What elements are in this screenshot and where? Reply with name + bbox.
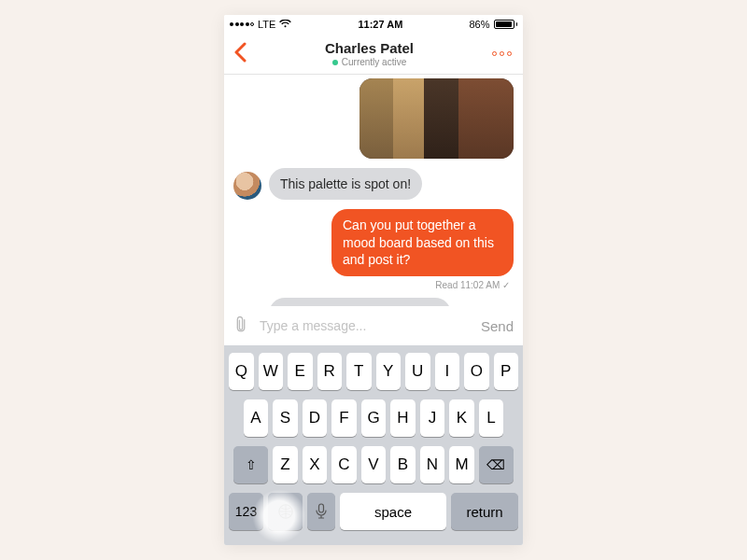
chat-scroll[interactable]: This palette is spot on! Can you put tog… bbox=[224, 75, 523, 306]
key-o[interactable]: O bbox=[464, 353, 489, 390]
key-e[interactable]: E bbox=[288, 353, 313, 390]
status-time: 11:27 AM bbox=[358, 19, 402, 30]
keyboard-row-2: ASDFGHJKL bbox=[227, 399, 520, 437]
keyboard: QWERTYUIOP ASDFGHJKL ⇧ ZXCVBNM ⌫ 123 spa… bbox=[224, 345, 523, 545]
shift-key[interactable]: ⇧ bbox=[233, 446, 268, 483]
globe-key[interactable] bbox=[268, 493, 303, 530]
key-i[interactable]: I bbox=[435, 353, 460, 390]
wifi-icon bbox=[279, 19, 291, 30]
key-r[interactable]: R bbox=[317, 353, 343, 390]
message-bubble-incoming[interactable]: Can you send over a higher quality versi… bbox=[269, 298, 451, 306]
message-input[interactable] bbox=[260, 318, 472, 333]
presence-text: Currently active bbox=[342, 57, 406, 67]
send-button[interactable]: Send bbox=[481, 318, 514, 334]
header-center: Charles Patel Currently active bbox=[247, 40, 492, 67]
image-message[interactable] bbox=[359, 78, 514, 159]
key-h[interactable]: H bbox=[390, 399, 416, 437]
presence-dot-icon bbox=[332, 60, 338, 65]
key-n[interactable]: N bbox=[420, 446, 445, 483]
read-receipt: Read 11:02 AM ✓ bbox=[233, 280, 510, 290]
phone-frame: LTE 11:27 AM 86% Charles Patel Currently… bbox=[224, 15, 523, 545]
keyboard-row-bottom: 123 space return bbox=[227, 493, 520, 530]
key-w[interactable]: W bbox=[259, 353, 284, 390]
key-s[interactable]: S bbox=[273, 399, 298, 437]
back-button[interactable] bbox=[233, 41, 247, 67]
key-x[interactable]: X bbox=[303, 446, 328, 483]
battery-icon bbox=[494, 20, 518, 29]
key-j[interactable]: J bbox=[420, 399, 445, 437]
key-v[interactable]: V bbox=[361, 446, 387, 483]
presence-status: Currently active bbox=[247, 57, 492, 67]
key-m[interactable]: M bbox=[449, 446, 474, 483]
carrier-label: LTE bbox=[258, 19, 275, 30]
svg-rect-1 bbox=[319, 504, 324, 512]
space-key[interactable]: space bbox=[340, 493, 446, 530]
backspace-key[interactable]: ⌫ bbox=[479, 446, 514, 483]
signal-dots-icon bbox=[230, 22, 254, 26]
attachment-icon[interactable] bbox=[229, 313, 256, 340]
return-key[interactable]: return bbox=[451, 493, 518, 530]
keyboard-row-3: ⇧ ZXCVBNM ⌫ bbox=[227, 446, 520, 483]
key-p[interactable]: P bbox=[494, 353, 519, 390]
key-u[interactable]: U bbox=[405, 353, 430, 390]
key-q[interactable]: Q bbox=[229, 353, 254, 390]
message-bubble-incoming[interactable]: This palette is spot on! bbox=[269, 168, 422, 200]
numbers-key[interactable]: 123 bbox=[229, 493, 263, 530]
key-l[interactable]: L bbox=[479, 399, 504, 437]
key-b[interactable]: B bbox=[390, 446, 416, 483]
chat-header: Charles Patel Currently active bbox=[224, 34, 523, 75]
key-t[interactable]: T bbox=[346, 353, 372, 390]
message-row-outgoing: Can you put together a mood board based … bbox=[233, 209, 514, 275]
battery-percent: 86% bbox=[469, 19, 489, 30]
keyboard-row-1: QWERTYUIOP bbox=[227, 353, 520, 390]
status-right: 86% bbox=[469, 19, 517, 30]
key-y[interactable]: Y bbox=[376, 353, 402, 390]
more-options-button[interactable] bbox=[492, 51, 514, 56]
key-a[interactable]: A bbox=[244, 399, 269, 437]
key-c[interactable]: C bbox=[331, 446, 357, 483]
contact-name: Charles Patel bbox=[247, 40, 492, 56]
message-row-incoming: Can you send over a higher quality versi… bbox=[233, 298, 514, 306]
key-z[interactable]: Z bbox=[273, 446, 298, 483]
key-d[interactable]: D bbox=[303, 399, 328, 437]
key-f[interactable]: F bbox=[331, 399, 357, 437]
message-bubble-outgoing[interactable]: Can you put together a mood board based … bbox=[331, 209, 514, 275]
status-left: LTE bbox=[230, 19, 291, 30]
composer-bar: Send bbox=[224, 306, 523, 345]
avatar[interactable] bbox=[233, 172, 261, 200]
message-row-incoming: This palette is spot on! bbox=[233, 168, 514, 200]
key-k[interactable]: K bbox=[449, 399, 474, 437]
mic-key[interactable] bbox=[307, 493, 335, 530]
status-bar: LTE 11:27 AM 86% bbox=[224, 15, 523, 34]
key-g[interactable]: G bbox=[361, 399, 387, 437]
